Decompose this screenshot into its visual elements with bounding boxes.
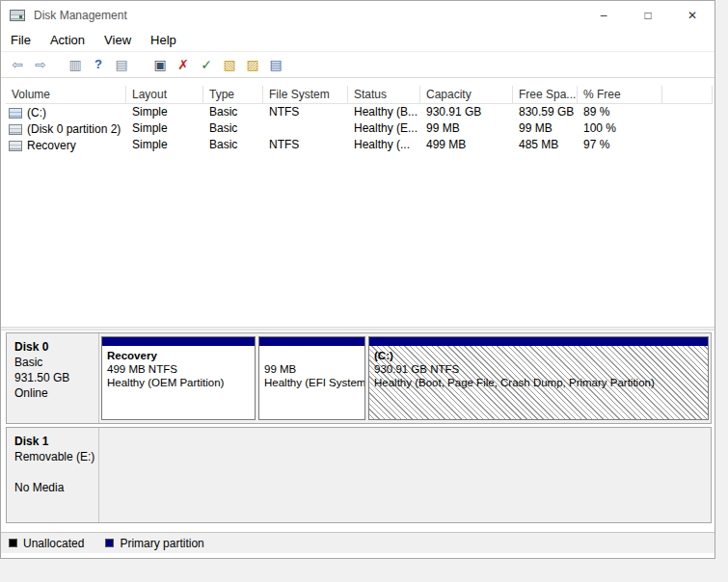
refresh-icon[interactable]: ▧	[218, 54, 241, 75]
disk-name: Disk 1	[14, 434, 96, 449]
partition-c[interactable]: (C:) 930.91 GB NTFS Healthy (Boot, Page …	[368, 336, 709, 420]
header-capacity[interactable]: Capacity	[420, 86, 513, 104]
menu-action[interactable]: Action	[40, 30, 94, 51]
disk-status: No Media	[14, 480, 96, 495]
maximize-button[interactable]: □	[626, 1, 670, 30]
disk-0-row: Disk 0 Basic 931.50 GB Online Recovery 4…	[6, 332, 712, 424]
disk-1-panel[interactable]: Disk 1 Removable (E:) No Media	[7, 428, 99, 522]
volume-row-recovery[interactable]: Recovery Simple Basic NTFS Healthy (... …	[6, 137, 713, 153]
volume-row-partition2[interactable]: (Disk 0 partition 2) Simple Basic Health…	[6, 120, 713, 137]
app-icon	[10, 10, 25, 21]
disk-type: Removable (E:)	[14, 449, 96, 464]
volume-row-c[interactable]: (C:) Simple Basic NTFS Healthy (B... 930…	[6, 104, 713, 120]
menu-file[interactable]: File	[1, 30, 40, 51]
titlebar: Disk Management – □ ✕	[1, 1, 715, 30]
partition-recovery[interactable]: Recovery 499 MB NTFS Healthy (OEM Partit…	[101, 336, 256, 420]
volume-name: (C:)	[27, 106, 46, 119]
disk-0-panel[interactable]: Disk 0 Basic 931.50 GB Online	[7, 333, 99, 423]
header-free-space[interactable]: Free Spa...	[513, 86, 578, 104]
legend-unallocated: Unallocated	[9, 537, 84, 550]
volume-list: Volume Layout Type File System Status Ca…	[1, 78, 715, 327]
disk-0-partitions: Recovery 499 MB NTFS Healthy (OEM Partit…	[99, 333, 711, 423]
window-controls: – □ ✕	[581, 1, 715, 30]
console-tree-icon[interactable]: ▥	[64, 54, 87, 75]
back-icon[interactable]: ⇦	[6, 54, 29, 75]
volume-name: (Disk 0 partition 2)	[27, 122, 121, 136]
details-icon[interactable]: ▤	[264, 54, 287, 75]
window-title: Disk Management	[34, 9, 581, 22]
graphical-view: Disk 0 Basic 931.50 GB Online Recovery 4…	[1, 331, 715, 532]
volume-list-header: Volume Layout Type File System Status Ca…	[6, 86, 713, 104]
disk-1-media-area	[99, 428, 711, 522]
delete-icon[interactable]: ✗	[172, 54, 195, 75]
legend-primary-partition: Primary partition	[105, 537, 203, 550]
disk-size	[14, 464, 96, 480]
help-icon[interactable]: ?	[87, 54, 110, 75]
volume-icon	[9, 108, 22, 119]
header-filler	[662, 86, 713, 104]
header-type[interactable]: Type	[203, 86, 263, 104]
primary-partition-swatch	[105, 539, 114, 547]
menu-view[interactable]: View	[94, 30, 141, 51]
export-list-icon[interactable]: ▤	[110, 54, 133, 75]
disk-size: 931.50 GB	[14, 370, 96, 385]
partition-color-bar	[259, 337, 364, 346]
disk-status: Online	[14, 385, 96, 401]
rescan-icon[interactable]: ▨	[241, 54, 264, 75]
partition-color-bar	[102, 337, 255, 346]
header-layout[interactable]: Layout	[126, 86, 203, 104]
legend-bar: Unallocated Primary partition	[1, 532, 715, 553]
check-icon[interactable]: ✓	[195, 54, 218, 75]
partition-efi[interactable]: 99 MB Healthy (EFI System	[258, 336, 365, 420]
disk-name: Disk 0	[14, 339, 96, 355]
properties-icon[interactable]: ▣	[148, 54, 172, 75]
disk-management-window: Disk Management – □ ✕ File Action View H…	[0, 0, 715, 559]
forward-icon[interactable]: ⇨	[29, 54, 52, 75]
volume-icon	[9, 124, 22, 135]
disk-type: Basic	[14, 355, 96, 370]
menu-help[interactable]: Help	[141, 30, 186, 51]
close-button[interactable]: ✕	[670, 1, 715, 30]
menubar: File Action View Help	[1, 30, 715, 51]
header-status[interactable]: Status	[348, 86, 420, 104]
header-volume[interactable]: Volume	[6, 86, 126, 104]
header-file-system[interactable]: File System	[263, 86, 348, 104]
volume-name: Recovery	[27, 139, 76, 152]
disk-1-row: Disk 1 Removable (E:) No Media	[6, 427, 712, 523]
toolbar: ⇦ ⇨ ▥ ? ▤ ▣ ✗ ✓ ▧ ▨ ▤	[1, 51, 715, 78]
window-bottom-padding	[1, 553, 715, 558]
unallocated-swatch	[9, 539, 17, 547]
minimize-button[interactable]: –	[581, 1, 626, 30]
partition-color-bar	[369, 337, 708, 346]
volume-icon	[9, 141, 22, 151]
header-pct-free[interactable]: % Free	[578, 86, 662, 104]
